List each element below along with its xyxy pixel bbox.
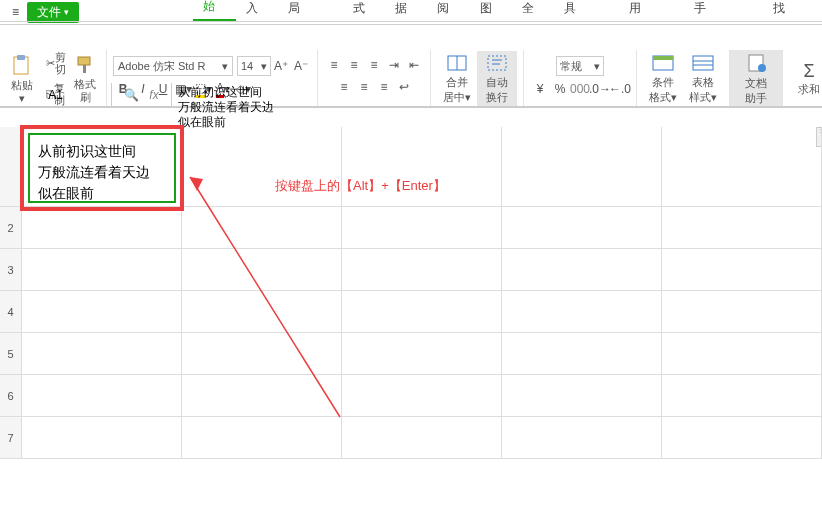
tab-insert[interactable]: 插入 [236,0,278,21]
font-size-select[interactable]: 14▾ [237,56,271,76]
cell-A2[interactable] [22,207,182,249]
cell-C7[interactable] [342,417,502,459]
tab-dochelper[interactable]: 文档助手 [684,0,749,21]
svg-rect-6 [488,56,506,70]
formula-bar[interactable]: 从前初识这世间 万般流连看着天边 似在眼前 [172,83,822,106]
spreadsheet-grid[interactable]: 2 3 4 5 6 7 [0,127,822,530]
cell-B2[interactable] [182,207,342,249]
cell-A1-content[interactable]: 从前初识这世间 万般流连看着天边 似在眼前 [28,133,176,203]
cell-D5[interactable] [502,333,662,375]
font-name-select[interactable]: Adobe 仿宋 Std R▾ [113,56,233,76]
cell-C3[interactable] [342,249,502,291]
cell-A5[interactable] [22,333,182,375]
font-size-value: 14 [241,60,253,72]
cell-E1[interactable] [662,127,822,207]
cell-C6[interactable] [342,375,502,417]
cell-A6[interactable] [22,375,182,417]
cell-E3[interactable] [662,249,822,291]
cell-C1[interactable] [342,127,502,207]
svg-rect-1 [17,55,25,60]
tab-dev[interactable]: 开发工具 [554,0,619,21]
indent-dec-button[interactable]: ⇤ [405,56,423,74]
cell-E4[interactable] [662,291,822,333]
decrease-font-button[interactable]: A⁻ [292,57,310,75]
cell-line1: 从前初识这世间 [38,141,166,162]
align-top-button[interactable]: ≡ [325,56,343,74]
svg-rect-9 [693,56,713,70]
ribbon-tabs: 开始 插入 页面布局 公式 数据 审阅 视图 安全 开发工具 特色应用 文档助手… [0,0,822,22]
row-hdr-4[interactable]: 4 [0,291,22,333]
cell-C4[interactable] [342,291,502,333]
cell-line2: 万般流连看着天边 [38,162,166,183]
row-hdr-5[interactable]: 5 [0,333,22,375]
cell-B1[interactable] [182,127,342,207]
number-format-select[interactable]: 常规▾ [556,56,604,76]
svg-point-13 [758,64,766,72]
row-hdr-3[interactable]: 3 [0,249,22,291]
cell-D3[interactable] [502,249,662,291]
cell-A3[interactable] [22,249,182,291]
tab-formula[interactable]: 公式 [343,0,385,21]
tab-security[interactable]: 安全 [512,0,554,21]
cell-D1[interactable] [502,127,662,207]
increase-font-button[interactable]: A⁺ [272,57,290,75]
svg-rect-2 [78,57,90,65]
cell-B3[interactable] [182,249,342,291]
cell-D6[interactable] [502,375,662,417]
svg-rect-8 [653,56,673,60]
row-hdr-6[interactable]: 6 [0,375,22,417]
svg-rect-3 [83,65,86,73]
font-name-value: Adobe 仿宋 Std R [118,59,205,74]
tab-review[interactable]: 审阅 [427,0,469,21]
tab-find[interactable]: 🔍 查找 [763,0,822,21]
fx-icon[interactable]: fx [149,88,158,102]
cell-A4[interactable] [22,291,182,333]
formula-bar-row: A1 🔍 fx 从前初识这世间 万般流连看着天边 似在眼前 [0,83,822,107]
cut-button[interactable]: ✂ 剪切 [42,49,70,77]
tab-special[interactable]: 特色应用 [619,0,684,21]
tab-data[interactable]: 数据 [385,0,427,21]
cell-B7[interactable] [182,417,342,459]
row-hdr-1[interactable] [0,127,22,207]
align-mid-button[interactable]: ≡ [345,56,363,74]
row-hdr-2[interactable]: 2 [0,207,22,249]
cell-E7[interactable] [662,417,822,459]
tab-layout[interactable]: 页面布局 [278,0,343,21]
cell-A7[interactable] [22,417,182,459]
cell-B4[interactable] [182,291,342,333]
cell-D2[interactable] [502,207,662,249]
cell-B5[interactable] [182,333,342,375]
name-box[interactable]: A1 [0,83,112,106]
cell-E5[interactable] [662,333,822,375]
fx-search-icon[interactable]: 🔍 [124,88,139,102]
cell-E2[interactable] [662,207,822,249]
cell-C5[interactable] [342,333,502,375]
tab-start[interactable]: 开始 [193,0,235,21]
tab-view[interactable]: 视图 [470,0,512,21]
indent-inc-button[interactable]: ⇥ [385,56,403,74]
cell-B6[interactable] [182,375,342,417]
cell-C2[interactable] [342,207,502,249]
row-hdr-7[interactable]: 7 [0,417,22,459]
annotation-text: 按键盘上的【Alt】+【Enter】 [275,177,446,195]
cell-D4[interactable] [502,291,662,333]
cell-D7[interactable] [502,417,662,459]
numfmt-value: 常规 [560,59,582,74]
cut-label: 剪切 [55,51,66,75]
cell-line3: 似在眼前 [38,183,166,204]
align-bot-button[interactable]: ≡ [365,56,383,74]
tab-find-label: 查找 [773,0,803,15]
cell-E6[interactable] [662,375,822,417]
